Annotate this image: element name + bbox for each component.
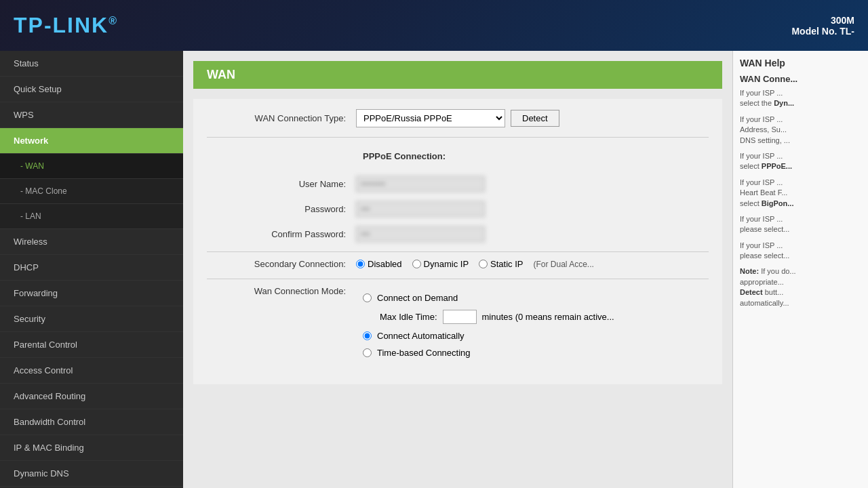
wan-type-control: PPPoE/Russia PPPoE Detect [356,109,559,127]
username-label: User Name: [207,179,356,189]
connect-on-demand-option: Connect on Demand [356,293,614,303]
wan-type-select[interactable]: PPPoE/Russia PPPoE [356,109,505,127]
help-panel: WAN Help WAN Conne... If your ISP ...sel… [732,51,868,488]
secondary-static-label: Static IP [490,259,523,269]
secondary-disabled-label: Disabled [368,259,402,269]
secondary-disabled-radio[interactable] [356,260,365,268]
sidebar-item-mac-clone[interactable]: - MAC Clone [0,179,183,204]
pppoe-label-row: PPPoE Connection: [207,144,709,167]
wan-type-row: WAN Connection Type: PPPoE/Russia PPPoE … [207,109,709,127]
sidebar-item-wan[interactable]: - WAN [0,154,183,179]
wan-connection-mode-row: Wan Connection Mode: Connect on Demand M… [207,286,709,365]
secondary-dynamic-radio[interactable] [412,260,421,268]
connect-on-demand-radio[interactable] [363,293,372,302]
logo-symbol: ® [108,15,118,26]
max-idle-time-input[interactable]: 15 [443,310,477,324]
content-area: WAN WAN Connection Type: PPPoE/Russia PP… [183,51,732,488]
help-para-1: If your ISP ...select the Dyn... [740,88,861,109]
sidebar-item-network[interactable]: Network [0,128,183,154]
idle-time-note: minutes (0 means remain active... [482,312,614,322]
time-based-radio[interactable] [363,348,372,357]
help-para-5: If your ISP ...please select... [740,214,861,235]
sidebar-item-ip-mac-binding[interactable]: IP & MAC Binding [0,435,183,461]
sidebar-item-lan[interactable]: - LAN [0,204,183,229]
username-input[interactable] [356,176,485,192]
secondary-disabled-option[interactable]: Disabled [356,259,402,269]
help-title: WAN Help [740,58,861,68]
confirm-password-input[interactable] [356,226,485,242]
help-subtitle: WAN Conne... [740,74,861,84]
password-input[interactable] [356,201,485,217]
secondary-static-option[interactable]: Static IP [479,259,523,269]
sidebar-item-status[interactable]: Status [0,51,183,77]
model-info: 300M Model No. TL- [791,15,854,37]
secondary-connection-control: Disabled Dynamic IP Static IP (For Dual … [356,259,594,269]
wan-title: WAN [193,61,722,89]
sidebar-item-parental-control[interactable]: Parental Control [0,332,183,358]
sidebar-item-wireless[interactable]: Wireless [0,229,183,255]
help-para-4: If your ISP ...Heart Beat F...select Big… [740,178,861,209]
sidebar-item-access-control[interactable]: Access Control [0,358,183,384]
logo-text: TP-LINK [14,13,108,37]
sidebar-item-advanced-routing[interactable]: Advanced Routing [0,384,183,409]
sidebar-item-quick-setup[interactable]: Quick Setup [0,77,183,102]
connect-automatically-radio[interactable] [363,331,372,340]
secondary-connection-row: Secondary Connection: Disabled Dynamic I… [207,259,709,269]
wan-connection-mode-label: Wan Connection Mode: [207,286,356,296]
password-row: Password: [207,201,709,217]
help-para-2: If your ISP ...Address, Su...DNS setting… [740,115,861,146]
time-based-label[interactable]: Time-based Connecting [377,348,471,358]
secondary-dynamic-option[interactable]: Dynamic IP [412,259,469,269]
detect-button[interactable]: Detect [511,110,559,127]
form-section: WAN Connection Type: PPPoE/Russia PPPoE … [193,99,722,384]
sidebar-item-forwarding[interactable]: Forwarding [0,281,183,306]
password-control [356,201,485,217]
sidebar-item-bandwidth-control[interactable]: Bandwidth Control [0,409,183,435]
connection-mode-section: Connect on Demand Max Idle Time: 15 minu… [356,293,614,365]
sidebar: StatusQuick SetupWPSNetwork- WAN- MAC Cl… [0,51,183,488]
help-para-6: If your ISP ...please select... [740,241,861,262]
sidebar-item-dhcp[interactable]: DHCP [0,255,183,281]
max-idle-time-label: Max Idle Time: [380,312,437,322]
confirm-password-control [356,226,485,242]
password-label: Password: [207,204,356,214]
help-para-3: If your ISP ...select PPPoE... [740,151,861,172]
sidebar-item-wps[interactable]: WPS [0,102,183,128]
sidebar-item-security[interactable]: Security [0,306,183,332]
connect-automatically-label[interactable]: Connect Automatically [377,331,465,341]
pppoe-section-label: PPPoE Connection: [356,151,446,161]
confirm-password-row: Confirm Password: [207,226,709,242]
username-row: User Name: [207,176,709,192]
secondary-connection-label: Secondary Connection: [207,259,356,269]
sidebar-item-dynamic-dns[interactable]: Dynamic DNS [0,461,183,487]
idle-time-row: Max Idle Time: 15 minutes (0 means remai… [356,310,614,324]
model-line1: 300M [791,15,854,26]
connect-automatically-option: Connect Automatically [356,331,614,341]
logo: TP-LINK® [14,13,118,38]
connect-on-demand-label[interactable]: Connect on Demand [377,293,458,303]
header: TP-LINK® 300M Model No. TL- [0,0,868,51]
dual-access-note: (For Dual Acce... [533,260,593,269]
secondary-dynamic-label: Dynamic IP [424,259,469,269]
username-control [356,176,485,192]
main-layout: StatusQuick SetupWPSNetwork- WAN- MAC Cl… [0,51,868,488]
time-based-option: Time-based Connecting [356,348,614,358]
help-note: Note: If you do...appropriate...Detect b… [740,266,861,308]
confirm-password-label: Confirm Password: [207,229,356,239]
model-line2: Model No. TL- [791,26,854,37]
wan-type-label: WAN Connection Type: [207,113,356,123]
secondary-static-radio[interactable] [479,260,488,268]
